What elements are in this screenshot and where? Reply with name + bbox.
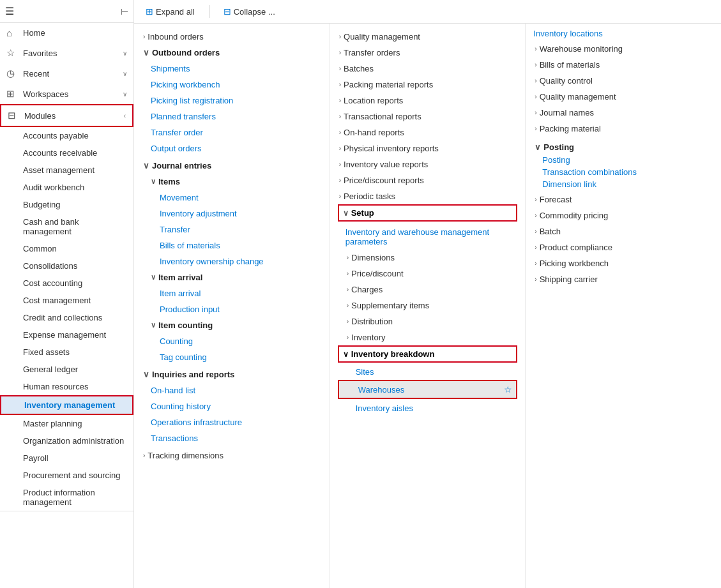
inv-warehouse-params-item[interactable]: Inventory and warehouse management param… [338,224,518,250]
module-cost-management[interactable]: Cost management [0,292,133,309]
price-discount-item[interactable]: › Price/discount [338,266,518,282]
inventory-item[interactable]: › Inventory [338,329,518,345]
module-accounts-payable[interactable]: Accounts payable [0,127,133,144]
module-general-ledger[interactable]: General ledger [0,361,133,378]
inventory-breakdown-label: Inventory breakdown [351,349,435,359]
module-cost-accounting[interactable]: Cost accounting [0,275,133,292]
bills-of-materials-item[interactable]: Bills of materials [142,237,322,253]
outbound-orders-header[interactable]: ∨ Outbound orders [142,45,322,61]
module-credit-collections[interactable]: Credit and collections [0,309,133,326]
dimensions-item[interactable]: › Dimensions [338,250,518,266]
nav-recent[interactable]: ◷ Recent ∨ [0,63,133,84]
inventory-value-reports-item[interactable]: › Inventory value reports [338,156,518,172]
module-cash-bank[interactable]: Cash and bank management [0,213,133,240]
nav-workspaces[interactable]: ⊞ Workspaces ∨ [0,84,133,104]
charges-item[interactable]: › Charges [338,282,518,298]
module-asset-management[interactable]: Asset management [0,162,133,179]
journal-entries-header[interactable]: ∨ Journal entries [142,158,322,174]
inbound-orders-item[interactable]: › Inbound orders [142,29,322,45]
quality-control-item[interactable]: › Quality control [533,73,713,89]
sites-item[interactable]: Sites [338,364,518,380]
bills-of-materials-col3-item[interactable]: › Bills of materials [533,57,713,73]
shipments-item[interactable]: Shipments [142,61,322,77]
product-compliance-item[interactable]: › Product compliance [533,239,713,255]
module-expense-management[interactable]: Expense management [0,326,133,343]
physical-inventory-reports-item[interactable]: › Physical inventory reports [338,140,518,156]
module-fixed-assets[interactable]: Fixed assets [0,343,133,361]
module-human-resources[interactable]: Human resources [0,378,133,395]
module-procurement-sourcing[interactable]: Procurement and sourcing [0,467,133,484]
price-discount-reports-label: Price/discount reports [344,176,424,185]
picking-workbench-col3-item[interactable]: › Picking workbench [533,255,713,271]
toolbar: ⊞ Expand all ⊟ Collapse ... [134,0,721,24]
transactions-item[interactable]: Transactions [142,430,322,446]
module-common[interactable]: Common [0,240,133,257]
module-consolidations[interactable]: Consolidations [0,257,133,275]
inventory-locations-item[interactable]: Inventory locations [533,29,713,38]
module-accounts-receivable[interactable]: Accounts receivable [0,144,133,162]
transfer-order-item[interactable]: Transfer order [142,124,322,140]
tag-counting-item[interactable]: Tag counting [142,349,322,365]
nav-home[interactable]: ⌂ Home [0,23,133,43]
picking-workbench-item[interactable]: Picking workbench [142,77,322,93]
counting-item[interactable]: Counting [142,333,322,349]
posting-item[interactable]: Posting [533,155,713,165]
batches-item[interactable]: › Batches [338,61,518,77]
warehouse-monitoring-item[interactable]: › Warehouse monitoring [533,41,713,57]
onhand-reports-item[interactable]: › On-hand reports [338,124,518,140]
inventory-ownership-item[interactable]: Inventory ownership change [142,253,322,269]
inventory-breakdown-box[interactable]: ∨ Inventory breakdown [338,345,518,363]
module-audit-workbench[interactable]: Audit workbench [0,179,133,196]
module-budgeting[interactable]: Budgeting [0,196,133,213]
warehouses-row[interactable]: Warehouses ☆ [338,380,518,399]
distribution-item[interactable]: › Distribution [338,313,518,329]
inventory-aisles-item[interactable]: Inventory aisles [338,400,518,416]
supplementary-items-item[interactable]: › Supplementary items [338,298,518,313]
module-master-planning[interactable]: Master planning [0,415,133,432]
hamburger-icon[interactable]: ☰ [5,5,14,17]
counting-history-item[interactable]: Counting history [142,398,322,414]
posting-header[interactable]: ∨ Posting [533,139,713,155]
dimension-link-item[interactable]: Dimension link [533,179,713,189]
collapse-button[interactable]: ⊟ Collapse ... [220,4,279,19]
quality-management-col3-item[interactable]: › Quality management [533,89,713,105]
inventory-adjustment-item[interactable]: Inventory adjustment [142,206,322,222]
transfer-item[interactable]: Transfer [142,222,322,237]
operations-infrastructure-item[interactable]: Operations infrastructure [142,414,322,430]
price-discount-reports-item[interactable]: › Price/discount reports [338,172,518,188]
module-inventory-management[interactable]: Inventory management [0,395,133,415]
item-arrival-header[interactable]: ∨ Item arrival [142,269,322,285]
tracking-dimensions-item[interactable]: › Tracking dimensions [142,448,322,464]
journal-names-item[interactable]: › Journal names [533,105,713,121]
expand-all-button[interactable]: ⊞ Expand all [142,4,199,19]
commodity-pricing-item[interactable]: › Commodity pricing [533,207,713,223]
packing-material-reports-item[interactable]: › Packing material reports [338,77,518,93]
item-arrival-child-item[interactable]: Item arrival [142,285,322,301]
periodic-tasks-item[interactable]: › Periodic tasks [338,188,518,204]
batch-item[interactable]: › Batch [533,223,713,239]
shipping-carrier-item[interactable]: › Shipping carrier [533,271,713,287]
pin-icon[interactable]: ⊢ [121,6,128,17]
production-input-item[interactable]: Production input [142,301,322,317]
items-header[interactable]: ∨ Items [142,174,322,190]
nav-favorites[interactable]: ☆ Favorites ∨ [0,43,133,63]
output-orders-item[interactable]: Output orders [142,140,322,156]
setup-box[interactable]: ∨ Setup [338,204,518,222]
planned-transfers-item[interactable]: Planned transfers [142,109,322,124]
onhand-list-item[interactable]: On-hand list [142,382,322,398]
item-counting-header[interactable]: ∨ Item counting [142,317,322,333]
inquiries-reports-header[interactable]: ∨ Inquiries and reports [142,366,322,382]
transaction-combinations-item[interactable]: Transaction combinations [533,167,713,177]
module-payroll[interactable]: Payroll [0,449,133,467]
forecast-item[interactable]: › Forecast [533,192,713,207]
picking-list-registration-item[interactable]: Picking list registration [142,93,322,109]
movement-item[interactable]: Movement [142,190,322,206]
nav-modules[interactable]: ⊟ Modules ‹ [0,104,133,127]
module-organization-admin[interactable]: Organization administration [0,432,133,449]
quality-management-item[interactable]: › Quality management [338,29,518,45]
transfer-orders-item[interactable]: › Transfer orders [338,45,518,61]
location-reports-item[interactable]: › Location reports [338,93,518,109]
packing-material-item[interactable]: › Packing material [533,121,713,137]
transactional-reports-item[interactable]: › Transactional reports [338,109,518,124]
module-product-info-mgmt[interactable]: Product information management [0,484,133,511]
